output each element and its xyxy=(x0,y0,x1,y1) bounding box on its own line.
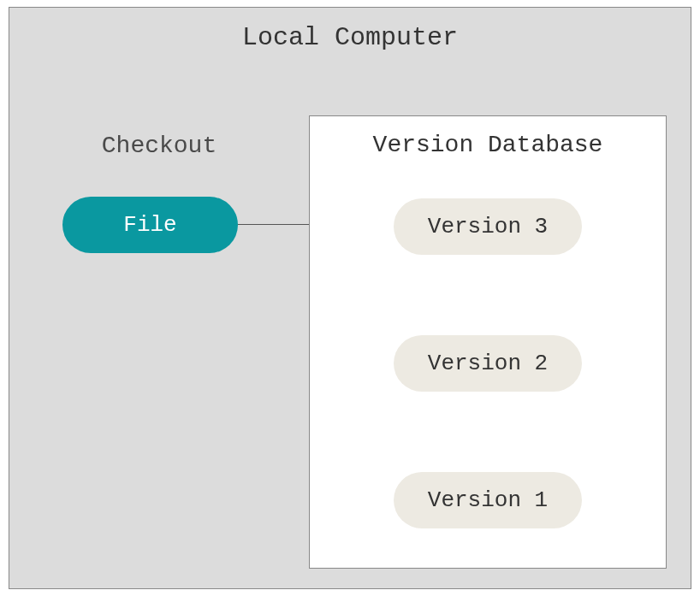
local-computer-container: Local Computer Checkout File Version Dat… xyxy=(9,7,691,589)
file-node-label: File xyxy=(123,212,176,238)
version-database-title: Version Database xyxy=(310,132,666,158)
file-node: File xyxy=(62,197,238,253)
version-3-node: Version 3 xyxy=(394,198,582,255)
diagram-title: Local Computer xyxy=(9,23,691,52)
version-1-node: Version 1 xyxy=(394,472,582,528)
version-2-label: Version 2 xyxy=(428,351,548,376)
version-1-label: Version 1 xyxy=(428,487,548,513)
version-2-node: Version 2 xyxy=(394,335,582,392)
version-database-container: Version Database Version 3 Version 2 Ver… xyxy=(309,115,667,569)
checkout-label: Checkout xyxy=(74,133,245,159)
version-3-label: Version 3 xyxy=(428,214,548,239)
